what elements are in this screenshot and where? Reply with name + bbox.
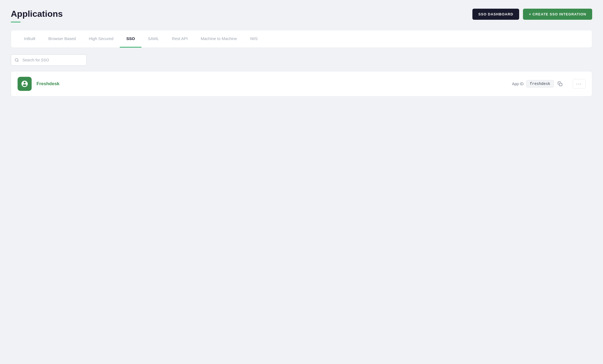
app-icon (18, 77, 32, 91)
page-header: Applications SSO DASHBOARD + CREATE SSO … (11, 9, 592, 22)
header-actions: SSO DASHBOARD + CREATE SSO INTEGRATION (472, 9, 592, 20)
tab-inbuilt[interactable]: InBuilt (18, 30, 42, 48)
tabs-list: InBuilt Browser Based High Secured SSO S… (11, 30, 592, 48)
tab-rest-api[interactable]: Rest API (165, 30, 194, 48)
tab-saml[interactable]: SAML (141, 30, 165, 48)
search-input-wrapper (11, 54, 87, 66)
search-icon (15, 58, 19, 62)
create-sso-button[interactable]: + CREATE SSO INTEGRATION (523, 9, 592, 20)
tab-iws[interactable]: IWS (243, 30, 264, 48)
copy-app-id-button[interactable] (556, 80, 564, 87)
app-id-value: freshdesk (526, 80, 554, 88)
tab-high-secured[interactable]: High Secured (82, 30, 120, 48)
title-underline (11, 22, 21, 22)
svg-line-1 (18, 61, 18, 62)
search-input[interactable] (11, 54, 87, 66)
search-section (11, 54, 592, 66)
tab-sso[interactable]: SSO (120, 30, 141, 48)
page-title: Applications (11, 9, 63, 19)
tab-browser-based[interactable]: Browser Based (42, 30, 82, 48)
svg-rect-2 (559, 83, 562, 86)
app-list-item: Freshdesk App ID freshdesk ··· (11, 71, 592, 97)
page-title-block: Applications (11, 9, 63, 22)
sso-dashboard-button[interactable]: SSO DASHBOARD (472, 9, 519, 20)
tabs-card: InBuilt Browser Based High Secured SSO S… (11, 30, 592, 48)
more-options-icon: ··· (576, 81, 582, 87)
app-name: Freshdesk (37, 81, 507, 87)
app-id-label: App ID (512, 82, 524, 86)
tab-machine-to-machine[interactable]: Machine to Machine (194, 30, 243, 48)
app-id-section: App ID freshdesk (512, 80, 564, 88)
more-options-button[interactable]: ··· (573, 79, 585, 89)
